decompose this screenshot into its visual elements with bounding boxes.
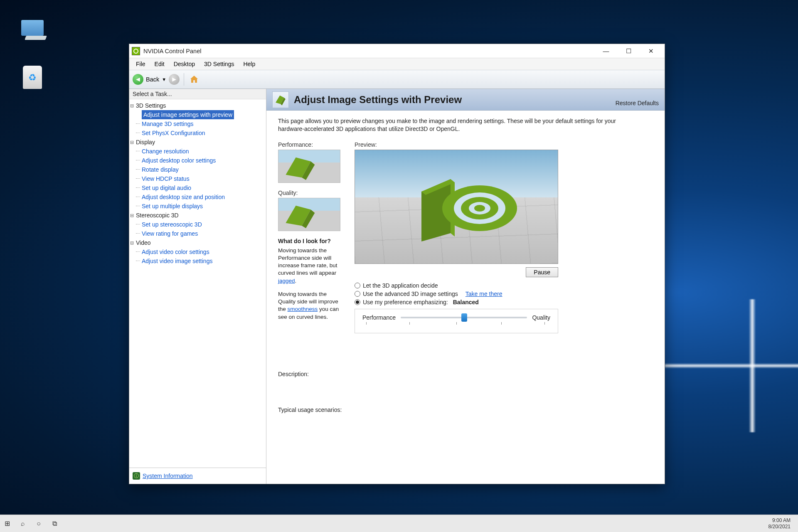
preview-label: Preview: <box>355 141 558 148</box>
tree-item-change-resolution[interactable]: Change resolution <box>133 147 266 156</box>
system-information-link[interactable]: System Information <box>143 473 193 479</box>
sidebar: Select a Task... 3D Settings Adjust imag… <box>129 89 266 484</box>
tree-item-physx[interactable]: Set PhysX Configuration <box>133 128 266 138</box>
description-label: Description: <box>278 371 653 377</box>
main-panel: Adjust Image Settings with Preview Resto… <box>266 89 665 484</box>
toolbar-separator <box>184 73 184 86</box>
tree-item-adjust-image-settings[interactable]: Adjust image settings with preview <box>142 110 234 119</box>
radio-label-3: Use my preference emphasizing: <box>363 299 448 305</box>
nvidia-3d-logo <box>392 163 525 254</box>
home-icon <box>189 74 199 84</box>
slider-thumb[interactable] <box>461 313 467 322</box>
smoothness-link[interactable]: smoothness <box>288 306 318 312</box>
tree-item-rating-games[interactable]: View rating for games <box>133 229 266 238</box>
back-button[interactable]: ◄ Back ▼ <box>133 74 166 85</box>
tree-cat-stereo3d[interactable]: Stereoscopic 3D <box>133 211 266 220</box>
menu-edit[interactable]: Edit <box>150 60 169 68</box>
menu-help[interactable]: Help <box>239 60 259 68</box>
tree-item-manage-3d[interactable]: Manage 3D settings <box>133 119 266 128</box>
window-title: NVIDIA Control Panel <box>143 48 201 54</box>
take-me-there-link[interactable]: Take me there <box>466 291 502 297</box>
nvidia-icon <box>132 47 140 55</box>
page-header-icon <box>272 91 289 108</box>
task-view-icon[interactable]: ⧉ <box>51 520 58 527</box>
quality-label: Quality: <box>278 190 345 196</box>
preference-slider[interactable] <box>401 317 527 318</box>
quality-thumbnail[interactable] <box>278 198 340 231</box>
cortana-icon[interactable]: ○ <box>35 520 42 527</box>
minimize-button[interactable]: ― <box>595 45 617 57</box>
search-icon[interactable]: ⌕ <box>19 520 27 527</box>
maximize-button[interactable]: ☐ <box>617 45 640 57</box>
performance-thumbnail[interactable] <box>278 150 340 183</box>
preference-value: Balanced <box>453 299 479 305</box>
menu-file[interactable]: File <box>132 60 150 68</box>
tree-item-digital-audio[interactable]: Set up digital audio <box>133 183 266 192</box>
radio-label-1: Let the 3D application decide <box>363 282 438 289</box>
radio-label-2: Use the advanced 3D image settings <box>363 291 458 297</box>
preview-viewport <box>355 150 558 264</box>
typical-usage-label: Typical usage scenarios: <box>278 406 653 413</box>
tree-item-video-image[interactable]: Adjust video image settings <box>133 256 266 266</box>
menubar: File Edit Desktop 3D Settings Help <box>129 58 665 70</box>
home-button[interactable] <box>188 74 200 85</box>
toolbar: ◄ Back ▼ ► <box>129 70 665 89</box>
desktop-icon-recycle-bin[interactable] <box>16 66 49 89</box>
lookfor-title: What do I look for? <box>278 238 345 244</box>
svg-point-4 <box>474 205 485 212</box>
radio-advanced-settings[interactable] <box>355 291 360 297</box>
tree-item-video-color[interactable]: Adjust video color settings <box>133 247 266 256</box>
tree-cat-3d-settings[interactable]: 3D Settings <box>133 101 266 110</box>
radio-let-app-decide[interactable] <box>355 283 360 288</box>
back-dropdown-icon[interactable]: ▼ <box>162 77 166 82</box>
jagged-link[interactable]: jagged <box>278 278 295 284</box>
clock-date: 8/20/2021 <box>768 524 791 530</box>
slider-right-label: Quality <box>532 314 550 321</box>
preference-slider-box: Performance Quality <box>355 309 558 333</box>
desktop-icon-this-pc[interactable] <box>16 20 49 37</box>
clock-time: 9:00 AM <box>768 517 791 523</box>
nvidia-control-panel-window: NVIDIA Control Panel ― ☐ ✕ File Edit Des… <box>129 44 665 484</box>
slider-ticks <box>362 322 550 325</box>
info-icon: ⓘ <box>133 472 140 480</box>
start-button[interactable]: ⊞ <box>3 520 11 527</box>
tree-cat-display[interactable]: Display <box>133 138 266 147</box>
sidebar-heading: Select a Task... <box>129 89 266 99</box>
pause-button[interactable]: Pause <box>526 267 558 277</box>
taskbar[interactable]: ⊞ ⌕ ○ ⧉ 9:00 AM 8/20/2021 <box>0 515 798 532</box>
menu-desktop[interactable]: Desktop <box>170 60 199 68</box>
menu-3d-settings[interactable]: 3D Settings <box>200 60 238 68</box>
tree-item-multiple-displays[interactable]: Set up multiple displays <box>133 202 266 211</box>
slider-left-label: Performance <box>362 314 396 321</box>
tree-item-size-position[interactable]: Adjust desktop size and position <box>133 192 266 202</box>
performance-label: Performance: <box>278 141 345 148</box>
tree-item-hdcp[interactable]: View HDCP status <box>133 174 266 183</box>
tree-item-color-settings[interactable]: Adjust desktop color settings <box>133 156 266 165</box>
titlebar[interactable]: NVIDIA Control Panel ― ☐ ✕ <box>129 44 665 58</box>
tree-cat-video[interactable]: Video <box>133 238 266 247</box>
page-header: Adjust Image Settings with Preview Resto… <box>266 89 665 111</box>
close-button[interactable]: ✕ <box>640 45 662 57</box>
lookfor-p1: Moving towards the Performance side will… <box>278 247 345 285</box>
wallpaper-light <box>665 299 798 432</box>
back-icon: ◄ <box>133 74 143 85</box>
tree-item-setup-stereo3d[interactable]: Set up stereoscopic 3D <box>133 220 266 229</box>
lookfor-p2: Moving towards the Quality side will imp… <box>278 291 345 321</box>
radio-my-preference[interactable] <box>355 299 360 305</box>
mode-radios: Let the 3D application decide Use the ad… <box>355 281 558 306</box>
tree-item-rotate-display[interactable]: Rotate display <box>133 165 266 174</box>
task-tree: 3D Settings Adjust image settings with p… <box>129 99 266 270</box>
forward-button[interactable]: ► <box>169 74 180 85</box>
back-label: Back <box>146 76 159 83</box>
system-tray[interactable]: 9:00 AM 8/20/2021 <box>768 517 795 530</box>
sidebar-footer: ⓘ System Information <box>129 468 266 484</box>
intro-text: This page allows you to preview changes … <box>278 117 619 133</box>
restore-defaults-link[interactable]: Restore Defaults <box>616 100 659 106</box>
page-title: Adjust Image Settings with Preview <box>294 94 462 106</box>
